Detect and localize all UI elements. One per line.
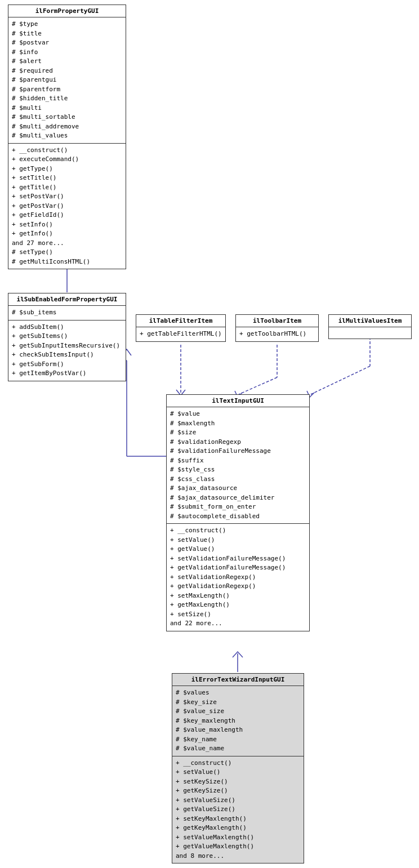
attr-line: # $suffix — [170, 456, 306, 466]
ilSubEnabledFormPropertyGUI-box: ilSubEnabledFormPropertyGUI # $sub_items… — [8, 293, 126, 381]
ilFormPropertyGUI-methods: + __construct() + executeCommand() + get… — [8, 144, 126, 269]
attr-line: # $parentform — [12, 85, 122, 95]
ilErrorTextWizardInputGUI-box: ilErrorTextWizardInputGUI # $values # $k… — [172, 673, 304, 863]
attr-line: # $size — [170, 428, 306, 438]
method-line: + getTableFilterHTML() — [140, 330, 222, 339]
method-line: + getValue() — [170, 545, 306, 554]
attr-line: # $required — [12, 66, 122, 76]
ilSubEnabledFormPropertyGUI-title: ilSubEnabledFormPropertyGUI — [8, 293, 126, 306]
ilFormPropertyGUI-title: ilFormPropertyGUI — [8, 5, 126, 17]
method-line: + getValidationFailureMessage() — [170, 563, 306, 573]
attr-line: # $info — [12, 48, 122, 57]
method-line: + getFieldId() — [12, 211, 122, 220]
method-line: + setKeySize() — [176, 777, 300, 787]
attr-line: # $multi_addremove — [12, 122, 122, 132]
attr-line: # $maxlength — [170, 419, 306, 429]
ilTextInputGUI-box: ilTextInputGUI # $value # $maxlength # $… — [166, 394, 310, 631]
attr-line: # $value_size — [176, 707, 300, 716]
ilTableFilterItem-methods: + getTableFilterHTML() — [136, 327, 225, 341]
attr-line: # $submit_form_on_enter — [170, 502, 306, 512]
method-line: + executeCommand() — [12, 155, 122, 164]
attr-line: # $multi_sortable — [12, 113, 122, 122]
method-line: + setValidationRegexp() — [170, 573, 306, 582]
method-line: + getKeyMaxlength() — [176, 824, 300, 833]
ilFormPropertyGUI-attributes: # $type # $title # $postvar # $info # $a… — [8, 17, 126, 144]
svg-line-6 — [239, 377, 277, 394]
method-line: + getInfo() — [12, 229, 122, 239]
method-line: + setValue() — [170, 536, 306, 545]
method-line: + getSubForm() — [12, 360, 122, 370]
attr-line: # $multi — [12, 104, 122, 113]
attr-line: # $hidden_title — [12, 94, 122, 104]
ilMultiValuesItem-box: ilMultiValuesItem — [328, 314, 412, 339]
ilMultiValuesItem-title: ilMultiValuesItem — [329, 315, 411, 327]
attr-line: # $autocomplete_disabled — [170, 512, 306, 522]
attr-line: # $key_maxlength — [176, 716, 300, 726]
attr-line: # $ajax_datasource_delimiter — [170, 493, 306, 503]
method-line: + getItemByPostVar() — [12, 369, 122, 379]
attr-line: # $parentgui — [12, 75, 122, 85]
method-line: + setKeyMaxlength() — [176, 814, 300, 824]
method-line: + getTitle() — [12, 183, 122, 193]
method-line: + setInfo() — [12, 220, 122, 230]
method-line: + getSubItems() — [12, 332, 122, 341]
method-line: + setValueSize() — [176, 796, 300, 805]
method-line: + addSubItem() — [12, 323, 122, 332]
ilSubEnabledFormPropertyGUI-methods: + addSubItem() + getSubItems() + getSubI… — [8, 321, 126, 381]
method-line: + setSize() — [170, 610, 306, 620]
method-line: # getMultiIconsHTML() — [12, 257, 122, 267]
method-line: + setValueMaxlength() — [176, 833, 300, 843]
ilErrorTextWizardInputGUI-methods: + __construct() + setValue() + setKeySiz… — [172, 756, 304, 863]
ilSubEnabledFormPropertyGUI-attributes: # $sub_items — [8, 306, 126, 321]
ilToolbarItem-title: ilToolbarItem — [236, 315, 318, 327]
attr-line: # $postvar — [12, 38, 122, 48]
attr-line: # $validationRegexp — [170, 438, 306, 447]
attr-line: # $sub_items — [12, 308, 122, 318]
attr-line: # $type — [12, 20, 122, 29]
method-line: + setMaxLength() — [170, 591, 306, 601]
method-line: + __construct() — [12, 146, 122, 155]
diagram-container: ilFormPropertyGUI # $type # $title # $po… — [0, 0, 419, 868]
attr-line: # $value_maxlength — [176, 725, 300, 735]
ilTextInputGUI-attributes: # $value # $maxlength # $size # $validat… — [167, 407, 309, 524]
attr-line: # $ajax_datasource — [170, 484, 306, 493]
method-line: # setType() — [12, 248, 122, 257]
method-line: + setTitle() — [12, 173, 122, 183]
ilTextInputGUI-title: ilTextInputGUI — [167, 395, 309, 407]
ilTextInputGUI-methods: + __construct() + setValue() + getValue(… — [167, 524, 309, 631]
method-line: + __construct() — [170, 526, 306, 536]
method-line: + getSubInputItemsRecursive() — [12, 341, 122, 351]
ilMultiValuesItem-methods — [329, 327, 411, 339]
attr-line: # $css_class — [170, 475, 306, 484]
attr-line: # $alert — [12, 57, 122, 66]
attr-line: # $key_size — [176, 698, 300, 707]
ilErrorTextWizardInputGUI-title: ilErrorTextWizardInputGUI — [172, 674, 304, 686]
ilTableFilterItem-box: ilTableFilterItem + getTableFilterHTML() — [136, 314, 226, 342]
method-line: and 27 more... — [12, 239, 122, 248]
attr-line: # $title — [12, 29, 122, 39]
method-line: + getToolbarHTML() — [239, 330, 315, 339]
attr-line: # $value — [170, 409, 306, 419]
method-line: and 22 more... — [170, 619, 306, 629]
method-line: + getMaxLength() — [170, 600, 306, 610]
attr-line: # $value_name — [176, 744, 300, 754]
method-line: + getType() — [12, 164, 122, 174]
method-line: + checkSubItemsInput() — [12, 350, 122, 360]
svg-line-8 — [311, 366, 370, 394]
attr-line: # $style_css — [170, 465, 306, 475]
attr-line: # $values — [176, 688, 300, 698]
method-line: and 8 more... — [176, 852, 300, 861]
method-line: + setPostVar() — [12, 192, 122, 202]
ilErrorTextWizardInputGUI-attributes: # $values # $key_size # $value_size # $k… — [172, 686, 304, 756]
attr-line: # $validationFailureMessage — [170, 447, 306, 456]
ilFormPropertyGUI-box: ilFormPropertyGUI # $type # $title # $po… — [8, 5, 126, 269]
method-line: + getPostVar() — [12, 202, 122, 211]
method-line: + __construct() — [176, 759, 300, 768]
method-line: + getKeySize() — [176, 786, 300, 796]
ilTableFilterItem-title: ilTableFilterItem — [136, 315, 225, 327]
method-line: + getValidationRegexp() — [170, 582, 306, 591]
ilToolbarItem-methods: + getToolbarHTML() — [236, 327, 318, 341]
attr-line: # $multi_values — [12, 131, 122, 141]
attr-line: # $key_name — [176, 735, 300, 745]
method-line: + getValueSize() — [176, 805, 300, 814]
